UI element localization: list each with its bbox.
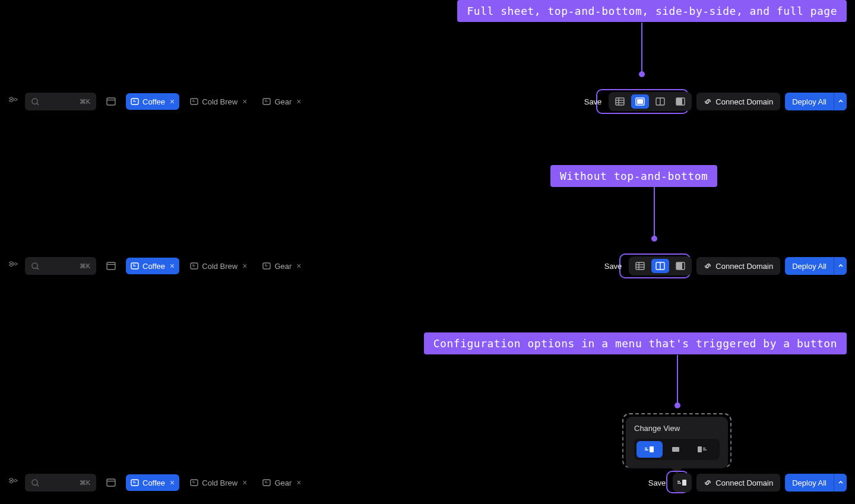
save-button[interactable]: Save bbox=[604, 262, 622, 271]
deploy-all-button[interactable]: Deploy All bbox=[785, 93, 834, 110]
view-menu-button[interactable] bbox=[673, 473, 692, 492]
search-shortcut: ⌘K bbox=[80, 479, 90, 487]
tab-gear[interactable]: Gear× bbox=[258, 93, 306, 110]
callout-label: Configuration options in a menu that's t… bbox=[424, 332, 847, 354]
save-button[interactable]: Save bbox=[648, 478, 666, 487]
deploy-split-button: Deploy All bbox=[785, 93, 847, 110]
tab-label: Gear bbox=[274, 97, 292, 106]
close-icon[interactable]: × bbox=[296, 261, 301, 271]
callout-dot bbox=[651, 236, 657, 242]
deploy-split-button: Deploy All bbox=[785, 257, 847, 275]
close-icon[interactable]: × bbox=[242, 261, 247, 271]
connect-label: Connect Domain bbox=[715, 262, 773, 271]
chevron-up-icon bbox=[837, 98, 844, 105]
connect-domain-button[interactable]: Connect Domain bbox=[696, 93, 780, 110]
tab-icon bbox=[262, 262, 271, 270]
tab-label: Gear bbox=[274, 478, 292, 487]
close-icon[interactable]: × bbox=[170, 261, 175, 271]
deploy-all-button[interactable]: Deploy All bbox=[785, 257, 834, 275]
connect-label: Connect Domain bbox=[715, 478, 773, 487]
link-icon bbox=[704, 262, 712, 270]
search-input[interactable]: ⌘K bbox=[25, 257, 96, 275]
toolbar-variant-2: ⌘K Coffee× Cold Brew× Gear× Save Connect… bbox=[0, 256, 855, 275]
search-icon bbox=[31, 262, 40, 271]
tab-label: Cold Brew bbox=[202, 262, 238, 271]
tab-label: Coffee bbox=[142, 262, 165, 271]
close-icon[interactable]: × bbox=[296, 97, 301, 106]
view-switcher bbox=[629, 256, 692, 275]
save-button[interactable]: Save bbox=[584, 97, 602, 106]
link-icon bbox=[704, 478, 712, 487]
tab-icon bbox=[190, 262, 198, 270]
popover-view-options bbox=[634, 439, 720, 460]
tab-icon bbox=[131, 97, 139, 106]
tab-label: Gear bbox=[274, 262, 292, 271]
tab-cold-brew[interactable]: Cold Brew× bbox=[185, 474, 252, 491]
callout-connector bbox=[641, 23, 642, 74]
close-icon[interactable]: × bbox=[170, 97, 175, 106]
deploy-all-button[interactable]: Deploy All bbox=[785, 474, 834, 492]
close-icon[interactable]: × bbox=[242, 478, 247, 487]
callout-label: Full sheet, top-and-bottom, side-by-side… bbox=[457, 0, 847, 22]
tab-label: Cold Brew bbox=[202, 97, 238, 106]
tab-cold-brew[interactable]: Cold Brew× bbox=[185, 258, 252, 274]
logo-icon bbox=[8, 96, 19, 107]
logo-icon bbox=[8, 477, 19, 488]
change-view-popover: Change View bbox=[626, 417, 728, 468]
tab-coffee[interactable]: Coffee× bbox=[126, 474, 179, 491]
search-input[interactable]: ⌘K bbox=[25, 93, 96, 110]
tab-icon bbox=[190, 97, 198, 106]
callout-dot bbox=[674, 402, 680, 408]
connect-label: Connect Domain bbox=[715, 97, 773, 106]
deploy-menu-caret[interactable] bbox=[834, 257, 847, 275]
chevron-up-icon bbox=[837, 479, 844, 486]
panel-toggle-button[interactable] bbox=[102, 257, 120, 275]
popover-view-option-1[interactable] bbox=[636, 441, 663, 458]
tab-label: Coffee bbox=[142, 478, 165, 487]
deploy-menu-caret[interactable] bbox=[834, 474, 847, 492]
view-side-by-side-button[interactable] bbox=[651, 259, 669, 273]
tab-icon bbox=[262, 97, 271, 106]
close-icon[interactable]: × bbox=[242, 97, 247, 106]
search-icon bbox=[31, 478, 40, 487]
connect-domain-button[interactable]: Connect Domain bbox=[696, 474, 780, 492]
toolbar-variant-1: ⌘K Coffee× Cold Brew× Gear× Save Connect… bbox=[0, 92, 855, 111]
view-full-sheet-button[interactable] bbox=[611, 94, 629, 109]
logo-icon bbox=[8, 261, 19, 271]
toolbar-variant-3: ⌘K Coffee× Cold Brew× Gear× Save Connect… bbox=[0, 473, 855, 492]
popover-title: Change View bbox=[634, 424, 720, 433]
view-switcher bbox=[609, 92, 692, 111]
connect-domain-button[interactable]: Connect Domain bbox=[696, 257, 780, 275]
tab-cold-brew[interactable]: Cold Brew× bbox=[185, 93, 252, 110]
tab-gear[interactable]: Gear× bbox=[258, 474, 306, 491]
deploy-split-button: Deploy All bbox=[785, 474, 847, 492]
tab-bar: Coffee× Cold Brew× Gear× bbox=[126, 93, 306, 110]
search-icon bbox=[31, 97, 40, 106]
tab-icon bbox=[131, 262, 139, 270]
popover-view-option-3[interactable] bbox=[689, 441, 715, 458]
view-full-page-button[interactable] bbox=[672, 94, 689, 109]
panel-toggle-button[interactable] bbox=[102, 474, 120, 492]
close-icon[interactable]: × bbox=[170, 478, 175, 487]
chevron-up-icon bbox=[837, 262, 844, 270]
view-side-by-side-button[interactable] bbox=[651, 94, 669, 109]
link-icon bbox=[704, 97, 712, 106]
tab-gear[interactable]: Gear× bbox=[258, 258, 306, 274]
tab-label: Coffee bbox=[142, 97, 165, 106]
popover-view-option-2[interactable] bbox=[663, 441, 689, 458]
tab-icon bbox=[262, 478, 271, 487]
deploy-menu-caret[interactable] bbox=[834, 93, 847, 110]
panel-toggle-button[interactable] bbox=[102, 93, 120, 110]
close-icon[interactable]: × bbox=[296, 478, 301, 487]
search-shortcut: ⌘K bbox=[80, 98, 90, 106]
search-input[interactable]: ⌘K bbox=[25, 474, 96, 492]
callout-connector bbox=[677, 355, 678, 404]
tab-coffee[interactable]: Coffee× bbox=[126, 93, 179, 110]
view-full-sheet-button[interactable] bbox=[631, 259, 649, 273]
tab-coffee[interactable]: Coffee× bbox=[126, 258, 179, 274]
view-full-page-button[interactable] bbox=[672, 259, 689, 273]
callout-label: Without top-and-bottom bbox=[550, 165, 717, 187]
tab-icon bbox=[190, 478, 198, 487]
view-top-bottom-button[interactable] bbox=[631, 94, 649, 109]
tab-icon bbox=[131, 478, 139, 487]
